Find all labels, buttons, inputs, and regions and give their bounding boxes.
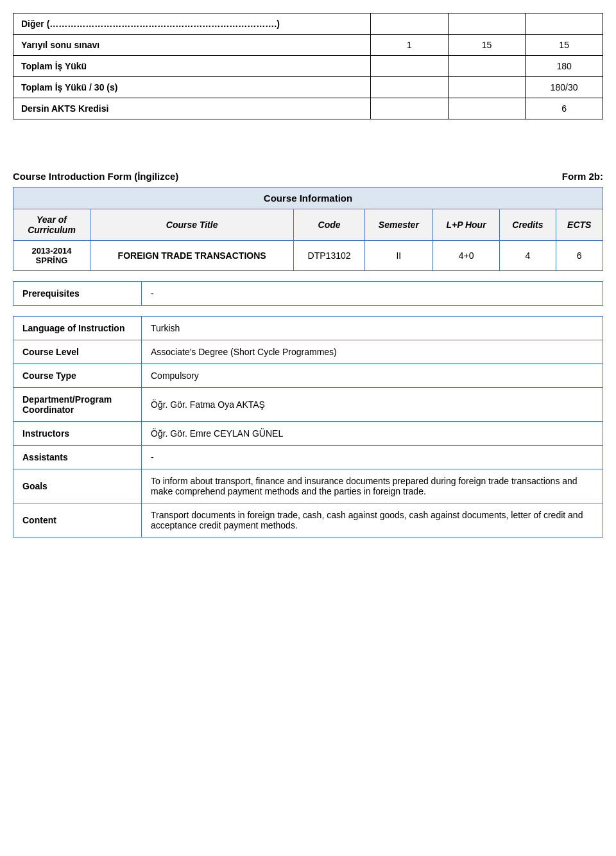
detail-row: Department/Program Coordinator Öğr. Gör.… xyxy=(13,388,603,422)
summary-row: Diğer (………………………………………………………………….) xyxy=(13,13,603,35)
course-info-table: Course Information Year of Curriculum Co… xyxy=(13,187,603,271)
prerequisites-value: - xyxy=(142,282,603,306)
col-code: Code xyxy=(294,209,365,241)
summary-col3: 15 xyxy=(526,35,603,56)
summary-col2 xyxy=(448,56,526,77)
detail-value: - xyxy=(142,446,603,469)
col-semester: Semester xyxy=(364,209,432,241)
detail-label: Course Type xyxy=(13,364,142,388)
col-lp-hour: L+P Hour xyxy=(432,209,500,241)
row-course-title: FOREIGN TRADE TRANSACTIONS xyxy=(90,241,294,271)
summary-row: Yarıyıl sonu sınavı 1 15 15 xyxy=(13,35,603,56)
summary-label: Dersin AKTS Kredisi xyxy=(13,98,371,119)
course-info-header: Course Information xyxy=(13,188,603,209)
detail-value: Öğr. Gör. Fatma Oya AKTAŞ xyxy=(142,388,603,422)
detail-label: Language of Instruction xyxy=(13,317,142,340)
row-code: DTP13102 xyxy=(294,241,365,271)
detail-row: Instructors Öğr. Gör. Emre CEYLAN GÜNEL xyxy=(13,422,603,446)
detail-label: Department/Program Coordinator xyxy=(13,388,142,422)
summary-col2 xyxy=(448,98,526,119)
summary-col2 xyxy=(448,13,526,35)
detail-value: To inform about transport, finance and i… xyxy=(142,469,603,503)
col-credits: Credits xyxy=(500,209,556,241)
detail-label: Goals xyxy=(13,469,142,503)
detail-label: Instructors xyxy=(13,422,142,446)
detail-value: Compulsory xyxy=(142,364,603,388)
summary-col2 xyxy=(448,77,526,98)
detail-label: Content xyxy=(13,503,142,537)
col-year-curriculum: Year of Curriculum xyxy=(13,209,90,241)
summary-col1 xyxy=(370,13,448,35)
detail-row: Goals To inform about transport, finance… xyxy=(13,469,603,503)
col-course-title: Course Title xyxy=(90,209,294,241)
summary-col3: 180/30 xyxy=(526,77,603,98)
prerequisites-table: Prerequisites - xyxy=(13,281,603,306)
summary-table: Diğer (………………………………………………………………….) Yarıy… xyxy=(13,13,603,119)
detail-row: Course Type Compulsory xyxy=(13,364,603,388)
summary-label: Diğer (………………………………………………………………….) xyxy=(13,13,371,35)
summary-col3: 6 xyxy=(526,98,603,119)
detail-value: Transport documents in foreign trade, ca… xyxy=(142,503,603,537)
summary-row: Toplam İş Yükü / 30 (s) 180/30 xyxy=(13,77,603,98)
col-ects: ECTS xyxy=(556,209,603,241)
details-table: Language of Instruction Turkish Course L… xyxy=(13,316,603,537)
summary-col3: 180 xyxy=(526,56,603,77)
row-year-curriculum: 2013-2014 SPRİNG xyxy=(13,241,90,271)
detail-label: Course Level xyxy=(13,340,142,364)
summary-col3 xyxy=(526,13,603,35)
summary-col2: 15 xyxy=(448,35,526,56)
summary-row: Dersin AKTS Kredisi 6 xyxy=(13,98,603,119)
detail-row: Content Transport documents in foreign t… xyxy=(13,503,603,537)
section-left-title: Course Introduction Form (İngilizce) xyxy=(13,171,178,182)
summary-col1: 1 xyxy=(370,35,448,56)
prerequisites-label: Prerequisites xyxy=(13,282,142,306)
row-ects: 6 xyxy=(556,241,603,271)
summary-col1 xyxy=(370,77,448,98)
summary-label: Yarıyıl sonu sınavı xyxy=(13,35,371,56)
detail-label: Assistants xyxy=(13,446,142,469)
section-header: Course Introduction Form (İngilizce) For… xyxy=(13,171,603,182)
summary-label: Toplam İş Yükü / 30 (s) xyxy=(13,77,371,98)
detail-row: Assistants - xyxy=(13,446,603,469)
detail-row: Course Level Associate's Degree (Short C… xyxy=(13,340,603,364)
row-credits: 4 xyxy=(500,241,556,271)
detail-row: Language of Instruction Turkish xyxy=(13,317,603,340)
summary-row: Toplam İş Yükü 180 xyxy=(13,56,603,77)
section-right-title: Form 2b: xyxy=(562,171,603,182)
row-semester: II xyxy=(364,241,432,271)
summary-col1 xyxy=(370,98,448,119)
detail-value: Öğr. Gör. Emre CEYLAN GÜNEL xyxy=(142,422,603,446)
detail-value: Associate's Degree (Short Cycle Programm… xyxy=(142,340,603,364)
summary-col1 xyxy=(370,56,448,77)
summary-label: Toplam İş Yükü xyxy=(13,56,371,77)
detail-value: Turkish xyxy=(142,317,603,340)
row-lp-hour: 4+0 xyxy=(432,241,500,271)
